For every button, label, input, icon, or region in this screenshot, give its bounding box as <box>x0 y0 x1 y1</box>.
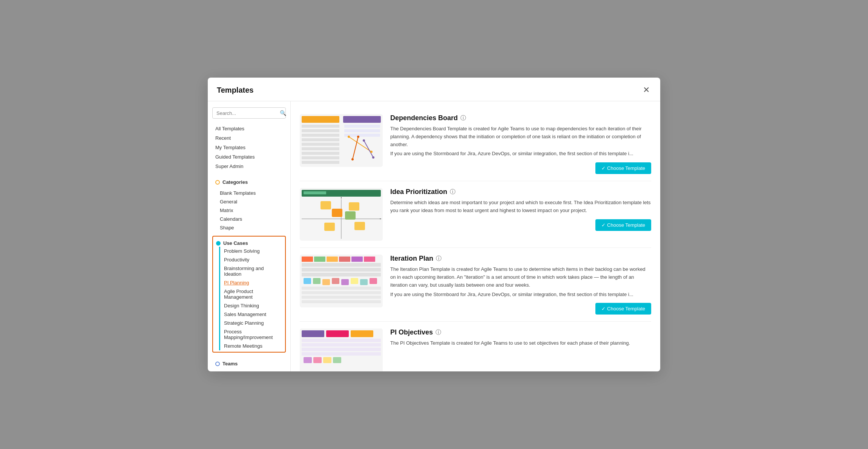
svg-rect-44 <box>302 257 313 262</box>
sidebar-item-strategic-planning[interactable]: Strategic Planning <box>220 319 285 327</box>
sidebar-item-blank-templates[interactable]: Blank Templates <box>208 189 290 197</box>
choose-btn-row-2: ✓ Choose Template <box>390 218 651 231</box>
template-name-row-3: Iteration Plan ⓘ <box>390 255 651 263</box>
teams-label: Teams <box>222 361 238 367</box>
sidebar-item-problem-solving[interactable]: Problem Solving <box>220 247 285 255</box>
svg-rect-13 <box>344 129 380 132</box>
sidebar-item-super-admin[interactable]: Super Admin <box>208 162 290 171</box>
sidebar-item-recent[interactable]: Recent <box>208 133 290 143</box>
sidebar-item-shape[interactable]: Shape <box>208 223 290 232</box>
template-desc1: The Dependencies Board Template is creat… <box>390 125 651 148</box>
choose-template-button-dependencies[interactable]: ✓ Choose Template <box>595 162 651 174</box>
sidebar-item-design-thinking[interactable]: Design Thinking <box>220 301 285 310</box>
svg-rect-2 <box>343 116 381 123</box>
svg-rect-29 <box>321 201 331 209</box>
search-icon: 🔍 <box>280 110 286 116</box>
svg-rect-11 <box>302 161 339 164</box>
sidebar-item-remote-meetings[interactable]: Remote Meetings <box>220 342 285 350</box>
svg-rect-69 <box>313 357 322 363</box>
svg-rect-47 <box>302 273 381 276</box>
use-cases-list: Problem Solving Productivity Brainstormi… <box>219 247 285 350</box>
svg-rect-45 <box>302 263 381 267</box>
sidebar-item-all-templates[interactable]: All Templates <box>208 124 290 133</box>
sidebar-item-general[interactable]: General <box>208 197 290 206</box>
sidebar-item-pi-planning[interactable]: PI Planning <box>220 278 285 287</box>
template-name-row-4: PI Objectives ⓘ <box>390 328 651 336</box>
sidebar-item-brainstorming[interactable]: Brainstorming and Ideation <box>220 264 285 278</box>
categories-header: Categories <box>215 179 283 185</box>
sidebar-item-my-templates[interactable]: My Templates <box>208 143 290 152</box>
info-icon: ⓘ <box>460 115 466 122</box>
template-desc-pi: The PI Objectives Template is created fo… <box>390 339 651 347</box>
svg-rect-12 <box>344 125 380 128</box>
svg-rect-6 <box>302 138 339 141</box>
info-icon-4: ⓘ <box>436 329 441 336</box>
template-name-2: Idea Prioritization <box>390 188 447 196</box>
sidebar-item-matrix[interactable]: Matrix <box>208 206 290 215</box>
template-desc-iteration2: If you are using the Stormboard for Jira… <box>390 291 651 299</box>
svg-point-21 <box>351 158 354 160</box>
template-thumb-dependencies-board <box>300 114 383 167</box>
svg-rect-53 <box>351 278 358 284</box>
use-cases-dot <box>216 241 221 246</box>
svg-rect-41 <box>339 257 350 262</box>
svg-rect-5 <box>302 134 339 137</box>
svg-point-22 <box>363 139 365 142</box>
info-icon-2: ⓘ <box>450 188 455 195</box>
sidebar-item-productivity[interactable]: Productivity <box>220 255 285 264</box>
svg-rect-34 <box>345 211 356 220</box>
svg-rect-10 <box>302 156 339 159</box>
template-info-pi-objectives: PI Objectives ⓘ The PI Objectives Templa… <box>390 328 651 349</box>
sidebar-nav: All Templates Recent My Templates Guided… <box>208 124 290 175</box>
svg-rect-67 <box>302 352 381 356</box>
svg-rect-52 <box>341 279 349 285</box>
use-cases-label: Use Cases <box>223 240 248 246</box>
svg-point-23 <box>372 156 374 159</box>
svg-rect-57 <box>302 291 381 294</box>
svg-rect-7 <box>302 143 339 146</box>
template-desc-idea: Determine which ideas are most important… <box>390 199 651 215</box>
svg-rect-8 <box>302 147 339 150</box>
template-desc-iteration: The Iteration Plan Template is created f… <box>390 266 651 289</box>
modal-overlay: Templates ✕ 🔍 All Templates Recent My Te… <box>0 0 868 449</box>
svg-rect-62 <box>326 330 349 337</box>
categories-section: Categories <box>208 175 290 189</box>
template-info-idea-prioritization: Idea Prioritization ⓘ Determine which id… <box>390 188 651 231</box>
templates-modal: Templates ✕ 🔍 All Templates Recent My Te… <box>208 78 660 371</box>
categories-label: Categories <box>222 179 248 185</box>
categories-dot <box>215 180 220 185</box>
template-thumb-iteration-plan <box>300 255 383 307</box>
svg-rect-30 <box>349 202 359 211</box>
svg-rect-50 <box>322 279 330 285</box>
main-content: Dependencies Board ⓘ The Dependencies Bo… <box>291 101 660 371</box>
categories-list: Blank Templates General Matrix Calendars… <box>208 189 290 232</box>
sidebar-item-agile[interactable]: Agile Product Management <box>220 287 285 301</box>
choose-template-button-iteration[interactable]: ✓ Choose Template <box>595 303 651 315</box>
search-input[interactable] <box>216 110 280 116</box>
template-name-3: Iteration Plan <box>390 255 433 263</box>
svg-rect-32 <box>324 223 335 231</box>
svg-rect-68 <box>304 357 312 363</box>
template-item-iteration-plan: Iteration Plan ⓘ The Iteration Plan Temp… <box>300 248 651 322</box>
svg-rect-48 <box>304 278 311 284</box>
template-name-row: Dependencies Board ⓘ <box>390 114 651 122</box>
svg-point-20 <box>357 136 359 138</box>
svg-rect-9 <box>302 152 339 155</box>
teams-section: Teams <box>208 356 290 370</box>
sidebar-item-calendars[interactable]: Calendars <box>208 215 290 223</box>
svg-rect-39 <box>314 257 325 262</box>
svg-point-18 <box>348 136 350 138</box>
choose-btn-row: ✓ Choose Template <box>390 161 651 174</box>
sidebar-item-process-mapping[interactable]: Process Mapping/Improvement <box>220 327 285 342</box>
sidebar-item-guided-templates[interactable]: Guided Templates <box>208 152 290 162</box>
template-item-pi-objectives: PI Objectives ⓘ The PI Objectives Templa… <box>300 322 651 371</box>
close-button[interactable]: ✕ <box>641 84 651 96</box>
modal-header: Templates ✕ <box>208 78 660 101</box>
teams-header: Teams <box>215 361 283 367</box>
modal-body: 🔍 All Templates Recent My Templates Guid… <box>208 101 660 371</box>
template-item-dependencies-board: Dependencies Board ⓘ The Dependencies Bo… <box>300 107 651 181</box>
template-name-row-2: Idea Prioritization ⓘ <box>390 188 651 196</box>
use-cases-header: Use Cases <box>213 238 285 247</box>
choose-template-button-idea[interactable]: ✓ Choose Template <box>595 219 651 231</box>
sidebar-item-sales-management[interactable]: Sales Management <box>220 310 285 319</box>
